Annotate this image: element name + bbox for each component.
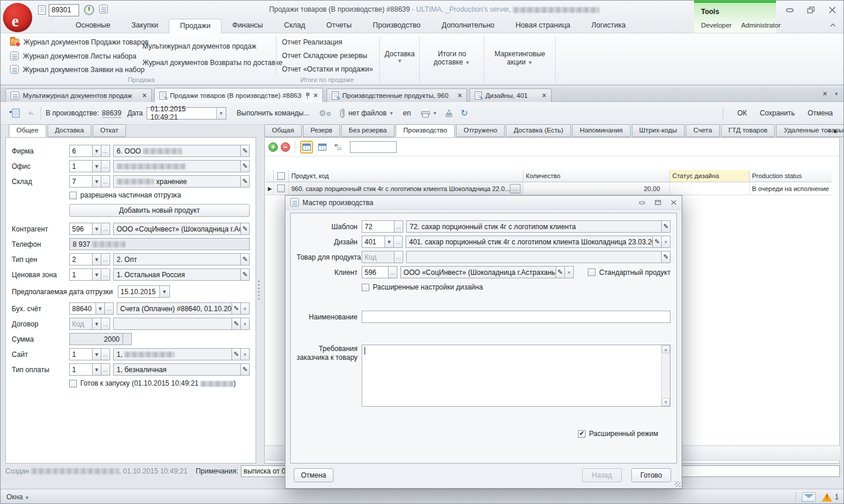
delete-row-icon[interactable]: − — [281, 142, 290, 152]
tab-list-dropdown-icon[interactable]: ▼ — [834, 91, 839, 97]
tab-administrator[interactable]: Administrator — [741, 22, 781, 29]
gears-icon[interactable]: ⚙⚙ — [319, 108, 332, 118]
dialog-maximize-icon[interactable] — [655, 200, 661, 205]
edit-pencil-icon[interactable]: ✎ — [232, 318, 241, 330]
sklad-value-field[interactable]: хранение — [113, 175, 241, 188]
tab-scheta[interactable]: Счета — [686, 124, 720, 137]
ellipsis-button[interactable]: … — [101, 268, 110, 281]
shablon-code-input[interactable]: 72 — [362, 220, 394, 233]
grid-data-row[interactable]: ▶ 960. сахар порционный стик 4г с логоти… — [266, 182, 832, 195]
ship-date-input[interactable]: 15.10.2015 — [118, 285, 160, 298]
ribbon-journal-sales[interactable]: Журнал документов Продажи товаров — [10, 38, 148, 46]
tip-tsen-code-input[interactable]: 2 — [69, 253, 93, 265]
warnings-indicator[interactable]: 1 — [822, 493, 839, 502]
undo-arrow-icon[interactable] — [26, 109, 36, 117]
sayt-code-input[interactable]: 1 — [69, 348, 93, 360]
edit-pencil-icon[interactable]: ✎ — [661, 220, 671, 233]
messages-envelope-icon[interactable] — [802, 492, 816, 502]
ribbon-multijournal[interactable]: Мультижурнал документов продаж — [142, 42, 256, 50]
edit-pencil-icon[interactable]: ✎ — [652, 236, 662, 248]
column-header-design-status[interactable]: Статус дизайна — [670, 170, 750, 182]
clear-x-icon[interactable]: × — [240, 302, 250, 315]
edit-pencil-icon[interactable]: ✎ — [240, 175, 250, 188]
klient-value-field[interactable]: ООО «СоцИнвест» (Шоколадница г.Астрахань… — [400, 266, 556, 278]
trebovaniya-textarea[interactable]: ▲ ▼ — [362, 345, 671, 407]
tab-bez-rezerva[interactable]: Без резерва — [341, 124, 394, 137]
menu-proizvodstvo[interactable]: Производство — [362, 19, 431, 33]
ribbon-dropdown-delivery-totals[interactable]: Итоги по доставке ▼ — [420, 50, 484, 66]
tab-obshchee[interactable]: Общее — [9, 124, 46, 137]
chevron-down-icon[interactable]: ▼ — [92, 348, 101, 360]
clear-x-icon[interactable]: × — [240, 348, 250, 360]
dizayn-code-input[interactable]: 401 — [362, 236, 385, 248]
ribbon-report-realizatsiya[interactable]: Отчет Реализация — [282, 38, 342, 46]
dialog-cancel-button[interactable]: Отмена — [294, 468, 333, 482]
files-dropdown-label[interactable]: нет файлов — [348, 109, 386, 117]
chevron-down-icon[interactable]: ▼ — [216, 108, 226, 119]
refresh-icon[interactable]: ↻ — [461, 108, 468, 118]
column-header-production-status[interactable]: Production status — [750, 170, 832, 182]
ribbon-journal-listy-nabora[interactable]: Журнал документов Листы набора — [10, 52, 137, 60]
ellipsis-button[interactable]: … — [388, 266, 397, 278]
view-table-button[interactable] — [316, 141, 329, 154]
ellipsis-button[interactable]: … — [101, 253, 110, 265]
tab-otkat[interactable]: Откат — [93, 124, 126, 137]
textarea-scrollbar[interactable]: ▲ ▼ — [661, 345, 670, 406]
dialog-back-button[interactable]: Назад — [582, 468, 622, 482]
sklad-code-input[interactable]: 7 — [69, 175, 93, 188]
paperclip-icon[interactable] — [339, 108, 345, 118]
chevron-down-icon[interactable]: ▼ — [92, 268, 101, 281]
tovar-code-input[interactable]: Код — [362, 251, 394, 263]
menu-logistika[interactable]: Логистика — [581, 19, 636, 33]
tab-otgruzheno[interactable]: Отгружено — [456, 124, 505, 137]
ellipsis-button[interactable]: … — [101, 160, 110, 172]
firma-code-input[interactable]: 6 — [69, 145, 93, 157]
column-header-product[interactable]: Продукт, код — [289, 170, 523, 182]
brush-icon[interactable] — [444, 108, 454, 118]
partial-shipping-checkbox[interactable] — [69, 192, 77, 199]
chevron-down-icon[interactable]: ▼ — [92, 253, 101, 265]
chevron-down-icon[interactable]: ▼ — [433, 111, 437, 116]
add-new-product-button[interactable]: Добавить новый продукт — [69, 204, 250, 217]
ok-button[interactable]: ОК — [734, 107, 750, 119]
firma-value-field[interactable]: 6. ООО — [113, 145, 241, 157]
pin-icon[interactable] — [305, 92, 310, 99]
ellipsis-button[interactable]: … — [394, 251, 403, 263]
tab-developer[interactable]: Developer — [701, 22, 731, 29]
chevron-down-icon[interactable]: ▼ — [384, 236, 394, 248]
tab-obshchaya[interactable]: Общая — [264, 124, 302, 137]
tab-close-icon[interactable]: × — [542, 92, 546, 99]
dialog-resize-grip[interactable] — [675, 481, 680, 487]
dialog-title-bar[interactable]: Мастер производства — [285, 196, 682, 210]
edit-pencil-icon[interactable]: ✎ — [240, 253, 250, 265]
menu-zakupki[interactable]: Закупки — [121, 19, 169, 33]
edit-pencil-icon[interactable]: ✎ — [232, 302, 241, 315]
clear-x-icon[interactable]: × — [661, 236, 671, 248]
edit-pencil-icon[interactable]: ✎ — [240, 160, 250, 172]
history-clock-icon[interactable] — [84, 5, 94, 15]
ribbon-collapse-icon[interactable] — [829, 23, 836, 28]
extended-design-checkbox[interactable] — [362, 284, 369, 291]
menu-osnovnye[interactable]: Основные — [65, 19, 121, 33]
extended-mode-checkbox[interactable] — [578, 430, 586, 438]
close-all-tabs-icon[interactable]: × — [823, 90, 827, 97]
windows-menu-button[interactable]: Окна ▼ — [6, 493, 29, 501]
chevron-down-icon[interactable]: ▼ — [389, 111, 394, 116]
language-indicator[interactable]: en — [403, 109, 411, 117]
tovar-value-field[interactable] — [406, 251, 662, 263]
tab-dostavka[interactable]: Доставка — [47, 124, 91, 137]
scroll-down-icon[interactable]: ▼ — [662, 398, 670, 406]
date-combo[interactable]: 01.10.2015 10:49:21 ▼ — [147, 107, 226, 120]
standard-product-checkbox[interactable] — [588, 268, 595, 276]
ribbon-returns-journal[interactable]: Журнал документов Возвраты по доставке — [142, 59, 283, 67]
menu-novaya-stranitsa[interactable]: Новая страница — [505, 19, 581, 33]
ellipsis-button[interactable]: … — [101, 348, 110, 360]
column-header-qty[interactable]: Количество — [523, 170, 670, 182]
tab-gtd-tovarov[interactable]: ГТД товаров — [721, 124, 775, 137]
menu-prodazhi[interactable]: Продажи — [169, 19, 222, 33]
ribbon-report-reserves[interactable]: Отчет Складские резервы — [282, 52, 367, 60]
scroll-up-icon[interactable]: ▲ — [662, 345, 670, 353]
grid-filter-input[interactable] — [350, 141, 397, 153]
ribbon-journal-zayavki[interactable]: Журнал документов Заявки на набор — [10, 65, 145, 74]
doc-tab-multijournal[interactable]: Мультижурнал документов продаж × — [5, 88, 152, 102]
